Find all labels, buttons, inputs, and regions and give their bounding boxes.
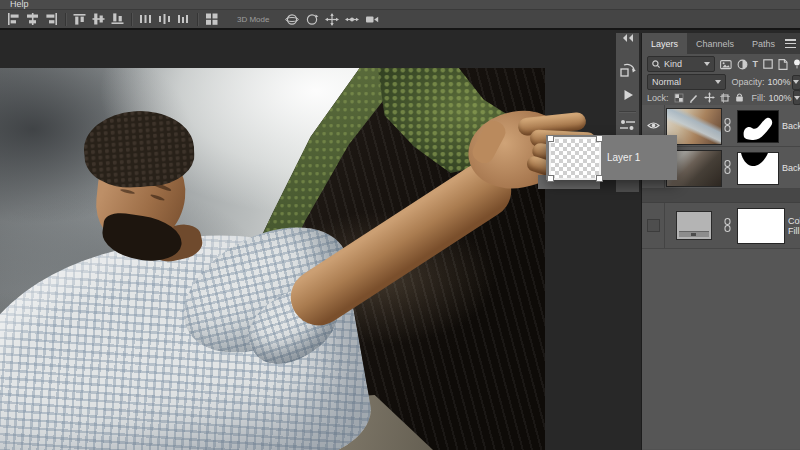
drag-layer-name: Layer 1 [607, 135, 640, 180]
layer-name: Backgro... [782, 105, 800, 146]
distribute-left-edges-icon[interactable] [139, 13, 152, 25]
canvas-photo[interactable] [0, 68, 545, 450]
opacity-value[interactable]: 100% [768, 77, 791, 87]
opacity-dropdown[interactable] [792, 75, 800, 90]
chevron-down-icon [715, 80, 721, 84]
mask-link-icon[interactable] [724, 117, 731, 134]
blend-mode-select[interactable]: Normal [647, 74, 726, 90]
filter-adjustment-layers-icon[interactable] [737, 59, 748, 70]
photoshop-window: Help 3D Mode [0, 0, 800, 450]
layer-row-color-fill[interactable]: Color Fill 1 [642, 203, 800, 249]
3d-roll-icon[interactable] [305, 13, 319, 26]
3d-mode-group [278, 13, 386, 26]
panel-menu-icon[interactable] [785, 39, 796, 48]
chevron-down-icon [704, 62, 710, 66]
mask-link-icon[interactable] [724, 159, 731, 176]
layer-name: Backgro... [782, 147, 800, 188]
layer-drag-preview[interactable]: Layer 1 [546, 135, 677, 180]
menu-help[interactable]: Help [10, 0, 29, 9]
lock-label: Lock: [647, 93, 669, 103]
distribute-group [132, 13, 197, 25]
filter-toggle-light-icon[interactable] [793, 59, 800, 70]
layer-mask-thumbnail[interactable] [737, 152, 779, 185]
expand-panels-icon[interactable] [616, 33, 639, 43]
filter-pixel-layers-icon[interactable] [720, 59, 732, 70]
lock-position-icon[interactable] [704, 92, 715, 103]
filter-smart-objects-icon[interactable] [778, 59, 788, 70]
transform-handle [596, 175, 603, 182]
layer-name: Color Fill 1 [788, 203, 800, 248]
chevron-down-icon [793, 80, 799, 84]
align-top-edges-icon[interactable] [73, 13, 86, 25]
document-work-area: Layers Channels Paths Kind T [0, 30, 800, 450]
filter-type-layers-icon[interactable]: T [753, 59, 759, 69]
auto-align-layers-icon[interactable] [205, 13, 218, 25]
auto-align-group [198, 13, 225, 25]
lock-transparency-icon[interactable] [674, 93, 684, 103]
transparent-layer-thumbnail [549, 137, 601, 180]
eye-icon [647, 121, 660, 130]
eye-hidden-box [647, 219, 660, 232]
layer-list-empty-area [642, 249, 800, 449]
menu-bar: Help [0, 0, 800, 10]
layer-filter-row: Kind T [642, 54, 800, 74]
align-vertical-centers-icon[interactable] [92, 13, 105, 25]
3d-rotate-icon[interactable] [285, 13, 299, 26]
lock-row: Lock: Fill: 100% [642, 90, 800, 105]
3d-scale-camera-icon[interactable] [365, 13, 379, 26]
tab-channels[interactable]: Channels [687, 33, 743, 54]
3d-drag-icon[interactable] [325, 13, 339, 26]
chevron-down-icon [794, 96, 800, 100]
opacity-label: Opacity: [732, 77, 765, 87]
mask-link-icon[interactable] [724, 217, 731, 234]
blend-mode-value: Normal [652, 77, 681, 87]
strip-separator [619, 111, 636, 112]
tab-layers[interactable]: Layers [642, 33, 687, 54]
lock-all-icon[interactable] [735, 92, 744, 103]
layer-mask-thumbnail[interactable] [737, 208, 785, 244]
align-left-edges-icon[interactable] [7, 13, 20, 25]
panel-tab-bar: Layers Channels Paths [642, 33, 800, 54]
fill-value[interactable]: 100% [769, 93, 792, 103]
actions-panel-icon[interactable] [616, 85, 639, 105]
transform-handle [596, 135, 603, 142]
distribute-horizontal-centers-icon[interactable] [158, 13, 171, 25]
3d-mode-label: 3D Mode [225, 15, 278, 24]
filter-kind-select[interactable]: Kind [647, 56, 715, 72]
adjustments-panel-icon[interactable] [616, 115, 639, 135]
visibility-toggle[interactable] [642, 203, 665, 248]
blend-mode-row: Normal Opacity: 100% [642, 74, 800, 90]
align-group-vertical [66, 13, 131, 25]
fill-label: Fill: [752, 93, 766, 103]
align-group-horizontal [0, 13, 65, 25]
tab-paths[interactable]: Paths [743, 33, 784, 54]
lock-artboard-icon[interactable] [720, 93, 730, 103]
align-horizontal-centers-icon[interactable] [26, 13, 39, 25]
transform-handle [547, 175, 554, 182]
fill-layer-swatch[interactable] [676, 211, 712, 240]
transform-handle [547, 135, 554, 142]
layers-panel: Layers Channels Paths Kind T [641, 33, 800, 450]
fill-dropdown[interactable] [793, 90, 800, 105]
search-icon [652, 60, 660, 68]
lock-pixels-icon[interactable] [689, 93, 699, 103]
layer-mask-thumbnail[interactable] [737, 110, 779, 143]
filter-shape-layers-icon[interactable] [763, 59, 773, 69]
distribute-right-edges-icon[interactable] [177, 13, 190, 25]
filter-kind-value: Kind [664, 59, 682, 69]
align-bottom-edges-icon[interactable] [111, 13, 124, 25]
history-panel-icon[interactable] [616, 59, 639, 79]
3d-slide-icon[interactable] [345, 13, 359, 26]
align-right-edges-icon[interactable] [45, 13, 58, 25]
options-bar: 3D Mode [0, 10, 800, 30]
layer-drop-gap [642, 189, 800, 203]
